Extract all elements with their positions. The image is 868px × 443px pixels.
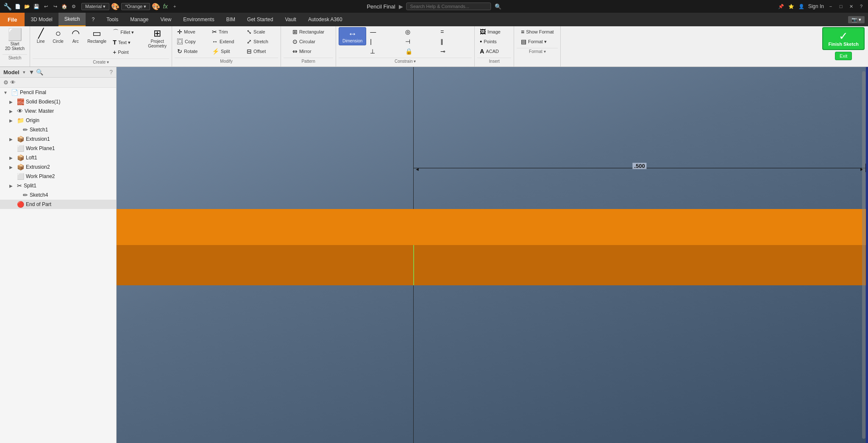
view-menu[interactable]: View	[155, 13, 178, 26]
tree-item-split1[interactable]: ▶ ✂ Split1	[0, 181, 116, 190]
maximize-button[interactable]: □	[837, 3, 844, 10]
plus-icon[interactable]: +	[171, 3, 178, 10]
dropdown-icon[interactable]: ▾	[23, 70, 25, 75]
settings-icon[interactable]: ⚙	[70, 3, 77, 10]
filter-icon[interactable]: ▼	[29, 69, 35, 75]
color-icon[interactable]: 🎨	[153, 3, 159, 10]
tree-item-solid-bodies[interactable]: ▶ 🧱 Solid Bodies(1)	[0, 97, 116, 106]
tree-item-extrusion2[interactable]: ▶ 📦 Extrusion2	[0, 162, 116, 172]
tree-item-view-master[interactable]: ▶ 👁 View: Master	[0, 106, 116, 116]
rotate-button[interactable]: ↻ Rotate	[175, 47, 209, 56]
pin-icon[interactable]: 📌	[778, 3, 785, 10]
format-button[interactable]: ▤ Format ▾	[518, 37, 556, 46]
tree-item-extrusion1[interactable]: ▶ 📦 Extrusion1	[0, 134, 116, 144]
title-right-controls: 📌 ⭐ 👤 Sign In − □ ✕ ?	[778, 3, 865, 10]
image-button[interactable]: 🖼 Image	[477, 27, 511, 36]
circle-button[interactable]: ○ Circle	[50, 27, 66, 45]
point-button[interactable]: + Point	[110, 47, 144, 57]
text-icon: T	[113, 39, 117, 46]
show-format-button[interactable]: ≡ Show Format	[518, 27, 556, 36]
scrollbar[interactable]	[862, 71, 865, 439]
vault-menu[interactable]: Vault	[279, 13, 302, 26]
undo-icon[interactable]: ↩	[42, 3, 49, 10]
exit-button[interactable]: Exit	[835, 52, 852, 60]
tree-item-sketch1[interactable]: ▶ ✏ Sketch1	[0, 125, 116, 134]
scale-button[interactable]: ⤡ Scale	[244, 27, 278, 36]
tree-item-pencil-final[interactable]: ▼ 📄 Pencil Final	[0, 88, 116, 97]
rectangular-button[interactable]: ⊞ Rectangular	[290, 27, 327, 36]
constrain-collinear-button[interactable]: ⊣	[403, 37, 437, 46]
rectangle-button[interactable]: ▭ Rectangle	[85, 27, 109, 45]
tree-item-work-plane2[interactable]: ▶ ⬜ Work Plane2	[0, 172, 116, 181]
circular-pattern-button[interactable]: ⊙ Circular	[290, 37, 327, 46]
constrain-equal-button[interactable]: =	[438, 27, 472, 36]
constrain-vert-button[interactable]: |	[367, 37, 401, 46]
save-icon[interactable]: 💾	[33, 3, 40, 10]
dimension-button[interactable]: ↔ Dimension	[339, 27, 366, 45]
home-icon[interactable]: 🏠	[61, 3, 68, 10]
fillet-button[interactable]: ⌒ Fillet ▾	[110, 27, 144, 37]
fx-icon[interactable]: fx	[162, 3, 169, 10]
tree-item-loft1[interactable]: ▶ 📦 Loft1	[0, 153, 116, 162]
sign-in-button[interactable]: Sign In	[808, 3, 824, 9]
environments-menu[interactable]: Environments	[177, 13, 220, 26]
extend-button[interactable]: ↔ Extend	[209, 37, 243, 46]
point-icon: +	[113, 49, 116, 56]
tools-menu[interactable]: Tools	[100, 13, 124, 26]
acad-button[interactable]: A ACAD	[477, 47, 511, 56]
inspect-menu[interactable]: ?	[86, 13, 100, 26]
tree-item-work-plane1[interactable]: ▶ ⬜ Work Plane1	[0, 144, 116, 153]
arc-button[interactable]: ◠ Arc	[67, 27, 83, 45]
close-button[interactable]: ✕	[848, 3, 854, 10]
redo-icon[interactable]: ↪	[52, 3, 58, 10]
project-geometry-button[interactable]: ⊞ ProjectGeometry	[145, 27, 169, 50]
appearance-icon[interactable]: 🎨	[112, 3, 119, 10]
search-panel-icon[interactable]: 🔍	[36, 69, 43, 75]
panel-help-icon[interactable]: ?	[109, 69, 113, 75]
constrain-parallel-button[interactable]: ∥	[438, 37, 472, 46]
filter-search-icon[interactable]: 👁	[10, 79, 16, 86]
camera-dropdown[interactable]: 📷 ▾	[848, 16, 865, 23]
bim-menu[interactable]: BIM	[220, 13, 241, 26]
open-icon[interactable]: 📂	[24, 3, 31, 10]
trim-button[interactable]: ✂ Trim	[209, 27, 243, 36]
viewport[interactable]: ◄ ► .500	[117, 67, 868, 443]
minimize-button[interactable]: −	[827, 3, 834, 10]
split-button[interactable]: ⚡ Split	[209, 47, 243, 56]
tree-item-sketch4[interactable]: ▶ ✏ Sketch4	[0, 190, 116, 200]
star-icon[interactable]: ⭐	[788, 3, 795, 10]
file-menu[interactable]: File	[0, 13, 25, 26]
help-icon[interactable]: ?	[858, 3, 865, 10]
offset-button[interactable]: ⊟ Offset	[244, 47, 278, 56]
constrain-horiz-button[interactable]: —	[367, 27, 401, 36]
sketch-menu[interactable]: Sketch	[58, 13, 86, 26]
filter-funnel-icon[interactable]: ⚙	[3, 79, 8, 86]
points-button[interactable]: • Points	[477, 37, 511, 46]
expand-icon: ▶	[9, 184, 15, 188]
line-button[interactable]: ╱ Line	[33, 27, 49, 45]
mirror-button[interactable]: ⇔ Mirror	[290, 47, 327, 56]
move-button[interactable]: ✛ Move	[175, 27, 209, 36]
finish-sketch-button[interactable]: ✓ Finish Sketch	[822, 27, 865, 50]
constrain-lock-button[interactable]: 🔒	[403, 47, 437, 56]
new-icon[interactable]: 📄	[14, 3, 21, 10]
tree-item-end-of-part[interactable]: ▶ 🔴 End of Part	[0, 200, 116, 209]
file-title: Pencil Final	[367, 3, 395, 10]
constrain-perp-button[interactable]: ⊥	[367, 47, 401, 56]
text-button[interactable]: T Text ▾	[110, 38, 144, 47]
3d-model-menu[interactable]: 3D Model	[25, 13, 58, 26]
material-dropdown[interactable]: Material ▾	[81, 3, 109, 10]
get-started-menu[interactable]: Get Started	[241, 13, 279, 26]
constrain-fix-button[interactable]: ⊸	[438, 47, 472, 56]
copy-button[interactable]: ⿴ Copy	[175, 37, 209, 46]
tree-item-origin[interactable]: ▶ 📁 Origin	[0, 116, 116, 125]
constrain-coincident-button[interactable]: ◎	[403, 27, 437, 36]
orange-dropdown[interactable]: *Orange ▾	[121, 3, 150, 10]
autodesk-a360-menu[interactable]: Autodesk A360	[302, 13, 348, 26]
user-icon[interactable]: 👤	[798, 3, 805, 10]
stretch-button[interactable]: ⤢ Stretch	[244, 37, 278, 46]
search-input[interactable]	[406, 3, 491, 10]
start-2d-sketch-button[interactable]: ⬜ Start2D Sketch	[3, 27, 27, 53]
manage-menu[interactable]: Manage	[124, 13, 154, 26]
line-label: Line	[37, 39, 45, 44]
